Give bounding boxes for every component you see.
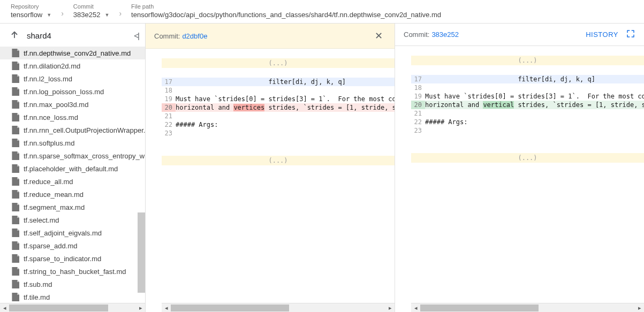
line-content: horizontal and vertical strides, `stride…: [425, 101, 644, 109]
line-number: 18: [411, 83, 425, 92]
right-code: (...)17 filter[di, dj, k, q]1819Must hav…: [395, 46, 644, 312]
fold-indicator[interactable]: (...): [162, 156, 395, 165]
file-row[interactable]: tf.placeholder_with_default.md: [0, 162, 145, 175]
line-content: [425, 109, 644, 118]
file-row[interactable]: tf.sparse_add.md: [0, 239, 145, 252]
right-commit-label: Commit:: [404, 31, 429, 39]
file-row[interactable]: tf.nn.log_poisson_loss.md: [0, 85, 145, 98]
line-number: 21: [162, 112, 176, 120]
file-list[interactable]: tf.nn.depthwise_conv2d_native.md▼tf.nn.d…: [0, 47, 145, 303]
sidebar-scrollbar-horizontal[interactable]: ◂ ▸: [0, 303, 145, 312]
close-left-pane-button[interactable]: ✕: [372, 29, 386, 43]
file-row[interactable]: tf.nn.max_pool3d.md: [0, 98, 145, 111]
line-content: ##### Args:: [176, 120, 395, 129]
file-row[interactable]: tf.sub.md: [0, 278, 145, 291]
code-line[interactable]: 17 filter[di, dj, k, q]: [162, 78, 395, 86]
file-row[interactable]: tf.select.md: [0, 214, 145, 226]
code-line[interactable]: 22##### Args:: [411, 118, 644, 126]
line-content: Must have `strides[0] = strides[3] = 1`.…: [176, 95, 395, 103]
scroll-left-icon[interactable]: ◂: [162, 303, 171, 313]
line-number: 21: [411, 109, 425, 118]
scroll-left-icon[interactable]: ◂: [0, 303, 9, 313]
file-row[interactable]: tf.sparse_to_indicator.md: [0, 252, 145, 265]
file-sidebar: shard4 <| tf.nn.depthwise_conv2d_native.…: [0, 24, 146, 312]
file-icon: [11, 126, 19, 134]
line-content: Must have `strides[0] = strides[3] = 1`.…: [425, 92, 644, 101]
code-line[interactable]: 23: [411, 126, 644, 135]
expand-button[interactable]: [626, 29, 635, 40]
line-number: 19: [162, 95, 176, 103]
file-icon: [11, 241, 19, 250]
line-number: 19: [411, 92, 425, 101]
code-line[interactable]: 21: [411, 109, 644, 118]
line-number: 20: [162, 103, 176, 112]
chevron-right-icon: ›: [117, 9, 124, 18]
file-icon: [11, 74, 19, 83]
fold-indicator[interactable]: (...): [162, 58, 395, 68]
right-scrollbar-horizontal[interactable]: ◂ ▸: [411, 303, 644, 312]
right-commit-hash[interactable]: 383e252: [431, 31, 459, 39]
crumb-commit[interactable]: Commit 383e252 ▼: [73, 3, 110, 19]
code-line[interactable]: 23: [162, 129, 395, 138]
fold-indicator[interactable]: (...): [411, 56, 644, 65]
file-row[interactable]: tf.nn.dilation2d.md: [0, 59, 145, 72]
crumb-filepath: File path tensorflow/g3doc/api_docs/pyth…: [131, 3, 633, 19]
main-area: shard4 <| tf.nn.depthwise_conv2d_native.…: [0, 24, 644, 312]
code-line[interactable]: 20horizontal and vertical strides, `stri…: [411, 101, 644, 109]
file-icon: [11, 254, 19, 263]
file-name: tf.reduce_mean.md: [24, 191, 84, 199]
line-content: [425, 126, 644, 135]
sidebar-folder-name: shard4: [27, 31, 51, 40]
file-row[interactable]: tf.string_to_hash_bucket_fast.md: [0, 265, 145, 278]
fold-indicator[interactable]: (...): [411, 153, 644, 163]
file-icon: [11, 216, 19, 224]
collapse-sidebar-button[interactable]: <|: [134, 31, 139, 40]
scroll-right-icon[interactable]: ▸: [385, 303, 395, 313]
file-name: tf.reduce_all.md: [24, 178, 73, 186]
scrollbar-vertical[interactable]: [138, 212, 145, 293]
file-name: tf.nn.dilation2d.md: [24, 62, 80, 70]
file-row[interactable]: tf.nn.rnn_cell.OutputProjectionWrapper.m…: [0, 124, 145, 136]
crumb-path-value: tensorflow/g3doc/api_docs/python/functio…: [131, 11, 633, 19]
file-icon: [11, 49, 19, 57]
file-row[interactable]: tf.tile.md: [0, 291, 145, 303]
file-row[interactable]: tf.nn.softplus.md: [0, 136, 145, 149]
scroll-right-icon[interactable]: ▸: [635, 303, 644, 313]
added-text: vertical: [483, 101, 514, 109]
scroll-right-icon[interactable]: ▸: [136, 303, 145, 313]
code-line[interactable]: 17 filter[di, dj, k, q]: [411, 75, 644, 83]
code-line[interactable]: 18: [411, 83, 644, 92]
left-scrollbar-horizontal[interactable]: ◂ ▸: [162, 303, 395, 312]
file-row[interactable]: tf.self_adjoint_eigvals.md: [0, 226, 145, 239]
left-pane-header: Commit: d2dbf0e ✕: [146, 24, 395, 49]
file-icon: [11, 190, 19, 199]
code-line[interactable]: 22##### Args:: [162, 120, 395, 129]
parent-folder-button[interactable]: [10, 30, 19, 41]
left-commit-hash[interactable]: d2dbf0e: [182, 32, 207, 40]
line-number: 20: [411, 101, 425, 109]
file-name: tf.nn.l2_loss.md: [24, 75, 72, 83]
code-line[interactable]: 18: [162, 86, 395, 95]
file-icon: [11, 203, 19, 211]
line-number: 22: [162, 120, 176, 129]
file-row[interactable]: tf.nn.l2_loss.md: [0, 72, 145, 85]
file-row[interactable]: tf.reduce_mean.md: [0, 188, 145, 201]
file-name: tf.nn.log_poisson_loss.md: [24, 88, 104, 96]
code-line[interactable]: 21: [162, 112, 395, 120]
file-row[interactable]: tf.nn.sparse_softmax_cross_entropy_with_…: [0, 149, 145, 162]
file-icon: [11, 151, 19, 160]
code-line[interactable]: 19Must have `strides[0] = strides[3] = 1…: [411, 92, 644, 101]
right-pane-header: Commit: 383e252 HISTORY: [395, 24, 644, 46]
scroll-left-icon[interactable]: ◂: [411, 303, 420, 313]
history-button[interactable]: HISTORY: [586, 31, 618, 39]
file-row[interactable]: tf.nn.depthwise_conv2d_native.md▼: [0, 47, 145, 59]
file-row[interactable]: tf.nn.nce_loss.md: [0, 111, 145, 124]
file-icon: [11, 139, 19, 147]
file-row[interactable]: tf.reduce_all.md: [0, 175, 145, 188]
crumb-repository[interactable]: Repository tensorflow ▼: [11, 3, 51, 19]
file-name: tf.placeholder_with_default.md: [24, 165, 118, 173]
code-line[interactable]: 19Must have `strides[0] = strides[3] = 1…: [162, 95, 395, 103]
file-icon: [11, 293, 19, 301]
code-line[interactable]: 20horizontal and vertices strides, `stri…: [162, 103, 395, 112]
file-row[interactable]: tf.segment_max.md: [0, 201, 145, 214]
